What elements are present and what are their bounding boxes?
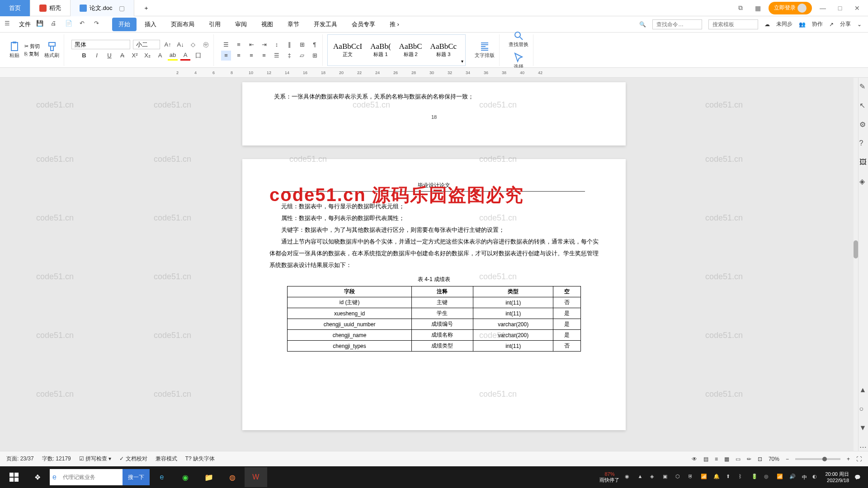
compat-mode[interactable]: 兼容模式 (156, 455, 177, 463)
tab-start[interactable]: 开始 (112, 18, 137, 31)
text-effect-button[interactable]: A (155, 51, 165, 61)
unsync-label[interactable]: 未同步 (776, 20, 793, 28)
web-view-icon[interactable]: ▦ (724, 456, 729, 462)
file-menu[interactable]: 文件 (19, 20, 31, 28)
tab-insert[interactable]: 插入 (138, 18, 163, 31)
tb-explorer[interactable]: 📁 (198, 467, 220, 487)
style-h1[interactable]: AaBb(标题 1 (367, 41, 394, 59)
italic-button[interactable]: I (92, 51, 102, 61)
tab-new[interactable]: ＋ (134, 0, 158, 16)
table-row[interactable]: chengji_types成绩类型int(11)否 (288, 341, 581, 352)
increase-indent-button[interactable]: ⇥ (259, 40, 269, 50)
tray-wifi-icon[interactable]: 📶 (777, 474, 784, 481)
zoom-slider[interactable] (795, 458, 840, 460)
tray-icon[interactable]: ◉ (625, 474, 632, 481)
vertical-scrollbar[interactable] (854, 78, 858, 451)
tb-app1[interactable]: ◍ (221, 467, 244, 487)
zoom-in-button[interactable]: + (847, 456, 850, 462)
scroll-down-icon[interactable]: ▼ (859, 424, 868, 432)
tab-review[interactable]: 审阅 (229, 18, 253, 31)
tab-daoke[interactable]: 稻壳 (30, 0, 71, 16)
weather-widget[interactable]: 87% 雨快停了 (599, 471, 619, 483)
align-justify-button[interactable]: ≡ (259, 51, 269, 61)
taskbar-search-input[interactable] (59, 474, 123, 480)
tray-icon[interactable]: ⬡ (675, 474, 683, 481)
find-replace-button[interactable]: 查找替换 (507, 28, 530, 50)
tab-document[interactable]: 论文.doc ▢ (71, 0, 134, 16)
bold-button[interactable]: B (79, 51, 89, 61)
align-right-button[interactable]: ≡ (246, 51, 256, 61)
tray-usb-icon[interactable]: ⬆ (726, 474, 733, 481)
tray-icon[interactable]: ⛨ (688, 474, 695, 481)
tab-layout[interactable]: 页面布局 (165, 18, 201, 31)
tray-icon[interactable]: ▲ (637, 474, 645, 481)
decrease-font-icon[interactable]: A↓ (175, 40, 185, 50)
tray-icon[interactable]: ◎ (764, 474, 771, 481)
data-table[interactable]: 字段注释类型空 id (主键)主键int(11)否 xuesheng_id学生i… (287, 286, 581, 352)
line-spacing-button[interactable]: ‖ (284, 40, 294, 50)
tray-icon[interactable]: 📶 (701, 474, 708, 481)
tab-sections[interactable]: 章节 (281, 18, 306, 31)
start-button[interactable] (3, 467, 25, 487)
scroll-up-icon[interactable]: ▲ (859, 386, 868, 394)
share-label[interactable]: 分享 (840, 20, 851, 28)
tab-member[interactable]: 会员专享 (345, 18, 382, 31)
search-command-input[interactable] (652, 19, 702, 29)
format-painter-button[interactable]: 格式刷 (42, 39, 61, 61)
notification-center-icon[interactable]: 💬 (854, 474, 861, 480)
paragraph[interactable]: 通过上节内容可以知晓数据库中的各个实体，并通过一定方式把这些实体表示的内容进行数… (269, 236, 599, 271)
shading-button[interactable]: ▱ (297, 51, 307, 61)
font-select[interactable] (71, 40, 130, 49)
underline-button[interactable]: U (104, 51, 114, 61)
table-row[interactable]: chengji_uuid_number成绩编号varchar(200)是 (288, 319, 581, 330)
eye-icon[interactable]: 👁 (692, 456, 697, 462)
login-button[interactable]: 立即登录 (769, 2, 812, 14)
image-tool-icon[interactable]: 🖼 (859, 158, 868, 166)
coop-icon[interactable]: 👥 (799, 21, 806, 28)
fit-icon[interactable]: ⊡ (758, 456, 762, 462)
tray-icon[interactable]: ▣ (663, 474, 670, 481)
tab-settings-button[interactable]: ⊞ (297, 40, 307, 50)
align-center-button[interactable]: ≡ (234, 51, 244, 61)
share-icon[interactable]: ↗ (829, 21, 834, 28)
pen-tool-icon[interactable]: ✎ (859, 82, 868, 90)
highlight-button[interactable]: ab (168, 51, 178, 61)
paste-button[interactable]: 粘贴 (7, 39, 22, 61)
subscript-button[interactable]: X₂ (142, 51, 152, 61)
increase-font-icon[interactable]: A↑ (163, 40, 173, 50)
tab-home[interactable]: 首页 (0, 0, 30, 16)
page-count[interactable]: 页面: 23/37 (6, 455, 34, 463)
fullscreen-icon[interactable]: ⛶ (856, 456, 862, 462)
tray-icon[interactable]: ◐ (812, 474, 820, 481)
cursor-tool-icon[interactable]: ↖ (859, 101, 868, 109)
undo-icon[interactable]: ↶ (80, 20, 89, 29)
clear-format-icon[interactable]: ◇ (188, 40, 198, 50)
page-view-icon[interactable]: ▭ (736, 456, 741, 462)
ruler[interactable]: 24681012141618202224262830323436384042 (0, 68, 868, 78)
tray-battery-icon[interactable]: 🔋 (751, 474, 759, 481)
decrease-indent-button[interactable]: ⇤ (246, 40, 256, 50)
cut-button[interactable]: ✂ 剪切 (24, 43, 40, 50)
ime-indicator[interactable]: 中 (802, 474, 807, 481)
tray-notify-icon[interactable]: 🔔 (713, 474, 721, 481)
redo-icon[interactable]: ↷ (94, 20, 103, 29)
page-current[interactable]: 毕业设计论文 code51.cn 源码乐园盗图必究 元组：数据表中，每行显示的数… (242, 159, 626, 430)
tray-volume-icon[interactable]: 🔊 (789, 474, 797, 481)
line-height-button[interactable]: ‡ (284, 51, 294, 61)
more-icon[interactable]: ⋯ (859, 443, 868, 451)
clock[interactable]: 20:00 周日 2022/9/18 (825, 471, 849, 484)
read-view-icon[interactable]: ▤ (703, 456, 708, 462)
save-icon[interactable]: 💾 (36, 20, 45, 29)
coop-label[interactable]: 协作 (812, 20, 823, 28)
diamond-tool-icon[interactable]: ◈ (859, 177, 868, 185)
tab-view[interactable]: 视图 (255, 18, 279, 31)
styles-expand-icon[interactable]: ▾ (461, 59, 463, 64)
font-color-button[interactable]: A (180, 51, 190, 61)
numbering-button[interactable]: ≡ (234, 40, 244, 50)
edit-view-icon[interactable]: ✏ (747, 456, 751, 462)
sort-button[interactable]: ↕ (272, 40, 282, 50)
align-left-button[interactable]: ≡ (221, 51, 231, 61)
doc-text[interactable]: 关系：一张具体的数据表即表示关系，关系的名称与数据表的名称保持一致； (242, 82, 626, 111)
tab-devtools[interactable]: 开发工具 (307, 18, 344, 31)
style-normal[interactable]: AaBbCcI正文 (330, 41, 366, 59)
